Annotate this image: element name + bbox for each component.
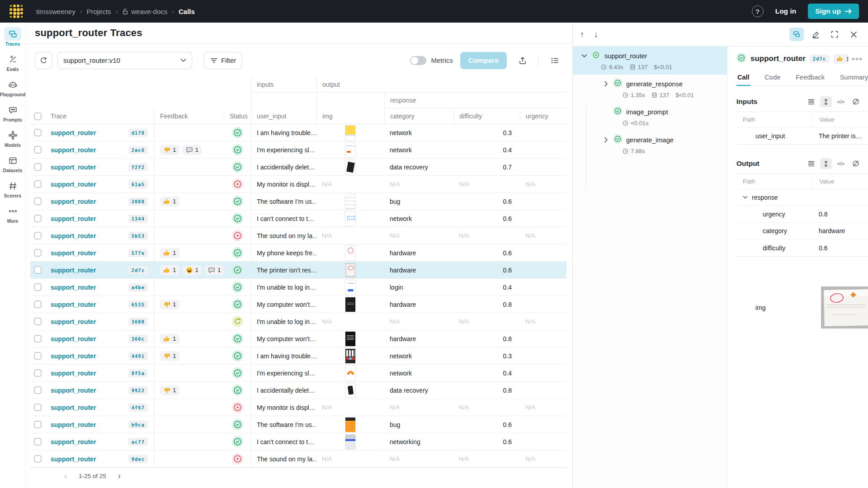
trace-link[interactable]: support_router (51, 438, 96, 446)
output-value[interactable]: 0.8 (812, 211, 868, 218)
table-row[interactable]: support_router d178 I am having trouble…… (30, 124, 566, 141)
feedback-badge[interactable]: 1 (160, 334, 179, 344)
input-image-thumbnail[interactable] (345, 160, 356, 175)
row-checkbox[interactable] (34, 300, 42, 308)
table-row[interactable]: support_router 61a5 My monitor is displ…… (30, 176, 566, 193)
column-header-trace[interactable]: Trace (45, 108, 154, 124)
trace-link[interactable]: support_router (51, 284, 96, 291)
feedback-badge[interactable]: 1 (160, 385, 179, 395)
refresh-button[interactable] (35, 52, 52, 69)
sidebar-item-models[interactable]: Models (1, 128, 24, 148)
feedback-badge[interactable]: 1 (160, 248, 179, 258)
row-checkbox[interactable] (34, 180, 42, 188)
row-checkbox[interactable] (34, 318, 42, 325)
list-view-icon[interactable] (805, 96, 817, 107)
trace-link[interactable]: support_router (51, 352, 96, 360)
group-header-inputs[interactable]: inputs (251, 77, 316, 93)
select-all-checkbox[interactable] (34, 113, 42, 120)
tab-summary[interactable]: Summary (839, 71, 868, 86)
input-image-thumbnail[interactable] (345, 383, 356, 398)
table-row[interactable]: support_router 5b53 The sound on my la… … (30, 227, 566, 244)
breadcrumb-user[interactable]: timssweeney (36, 8, 75, 15)
feedback-badge[interactable]: 1 (183, 265, 202, 275)
input-image-thumbnail[interactable] (345, 245, 356, 261)
row-checkbox[interactable] (34, 283, 42, 291)
column-header-category[interactable]: category (384, 108, 453, 124)
row-checkbox[interactable] (34, 215, 42, 222)
input-image-thumbnail[interactable] (345, 366, 356, 381)
trace-link[interactable]: support_router (51, 181, 96, 188)
hide-icon[interactable] (850, 96, 862, 107)
trace-link[interactable]: support_router (51, 421, 96, 428)
table-row[interactable]: support_router 2ac6 11 I'm experiencing … (30, 141, 566, 159)
table-row[interactable]: support_router 3680 I'm unable to log in… (30, 313, 566, 330)
table-row[interactable]: support_router 2d7c 111 The printer isn'… (30, 262, 566, 279)
tree-node-image_prompt[interactable]: image_prompt<0.01s (573, 103, 727, 131)
table-row[interactable]: support_router 4f67 My monitor is displ…… (30, 399, 566, 416)
trace-link[interactable]: support_router (51, 146, 96, 154)
sidebar-item-datasets[interactable]: Datasets (1, 154, 24, 173)
prev-page-button[interactable]: ‹ (64, 472, 67, 480)
trace-link[interactable]: support_router (51, 335, 96, 343)
trace-view-button[interactable] (789, 28, 804, 41)
trace-link[interactable]: support_router (51, 301, 96, 308)
breadcrumb-project[interactable]: weave-docs (122, 8, 167, 15)
table-row[interactable]: support_router f2f2 I accidentally delet… (30, 159, 566, 176)
feedback-badge[interactable]: 1 (160, 265, 179, 275)
row-checkbox[interactable] (34, 421, 42, 428)
table-row[interactable]: support_router 6535 1 My computer won't…… (30, 296, 566, 313)
sidebar-item-playground[interactable]: Playground (1, 78, 24, 97)
tree-node-support_router[interactable]: support_router9.43s137$<0.01 (573, 47, 727, 75)
table-row[interactable]: support_router 4491 1 I am having troubl… (30, 347, 566, 365)
sidebar-item-prompts[interactable]: Prompts (1, 103, 24, 122)
input-image-thumbnail[interactable] (345, 417, 356, 432)
trace-link[interactable]: support_router (51, 164, 96, 171)
trace-link[interactable]: support_router (51, 215, 96, 222)
trace-link[interactable]: support_router (51, 249, 96, 257)
row-checkbox[interactable] (34, 455, 42, 463)
trace-link[interactable]: support_router (51, 370, 96, 377)
tab-feedback[interactable]: Feedback (795, 71, 826, 86)
version-selector[interactable]: support_router:v10 (57, 52, 192, 69)
code-view-icon[interactable]: </> (835, 96, 847, 107)
table-row[interactable]: support_router 360c 1 My computer won't…… (30, 330, 566, 347)
list-view-icon[interactable] (805, 158, 817, 169)
trace-link[interactable]: support_router (51, 232, 96, 239)
input-image-thumbnail[interactable] (345, 263, 356, 278)
input-image-thumbnail[interactable] (345, 280, 356, 295)
table-row[interactable]: support_router b9ca The software I'm us…… (30, 416, 566, 433)
trace-link[interactable]: support_router (51, 318, 96, 325)
sidebar-item-evals[interactable]: Evals (1, 52, 24, 72)
export-button[interactable] (514, 52, 531, 69)
group-header-response[interactable]: response (384, 93, 566, 108)
input-image-thumbnail[interactable] (345, 331, 356, 347)
table-row[interactable]: support_router 1344 I can't connect to t… (30, 210, 566, 227)
table-row[interactable]: support_router 8f5a I'm experiencing sl…… (30, 365, 566, 382)
tree-node-generate_image[interactable]: generate_image7.88s (573, 131, 727, 159)
signup-button[interactable]: Sign up (808, 4, 859, 19)
row-checkbox[interactable] (34, 232, 42, 239)
next-page-button[interactable]: › (118, 472, 121, 480)
input-image-thumbnail[interactable] (345, 194, 356, 209)
help-icon[interactable]: ? (752, 5, 764, 17)
feedback-badge[interactable]: 1 (160, 300, 179, 310)
output-image-thumbnail[interactable] (821, 286, 868, 328)
prev-call-button[interactable]: ↑ (580, 30, 584, 39)
next-call-button[interactable]: ↓ (594, 30, 598, 39)
sidebar-item-more[interactable]: More (1, 204, 24, 224)
row-checkbox[interactable] (34, 266, 42, 274)
code-view-icon[interactable]: </> (835, 158, 847, 169)
column-header-feedback[interactable]: Feedback (154, 108, 224, 124)
manage-columns-button[interactable] (546, 52, 563, 69)
input-image-thumbnail[interactable] (345, 297, 356, 312)
trace-link[interactable]: support_router (51, 387, 96, 394)
tree-expand-icon[interactable] (603, 137, 609, 143)
tab-call[interactable]: Call (736, 71, 750, 86)
filter-button[interactable]: Filter (204, 52, 242, 69)
more-menu-icon[interactable] (852, 58, 862, 60)
column-header-user-input[interactable]: user_input (251, 108, 316, 124)
trace-link[interactable]: support_router (51, 198, 96, 205)
output-response-row[interactable]: response (736, 194, 812, 201)
column-header-urgency[interactable]: urgency (520, 108, 566, 124)
expand-rows-icon[interactable] (820, 96, 832, 107)
